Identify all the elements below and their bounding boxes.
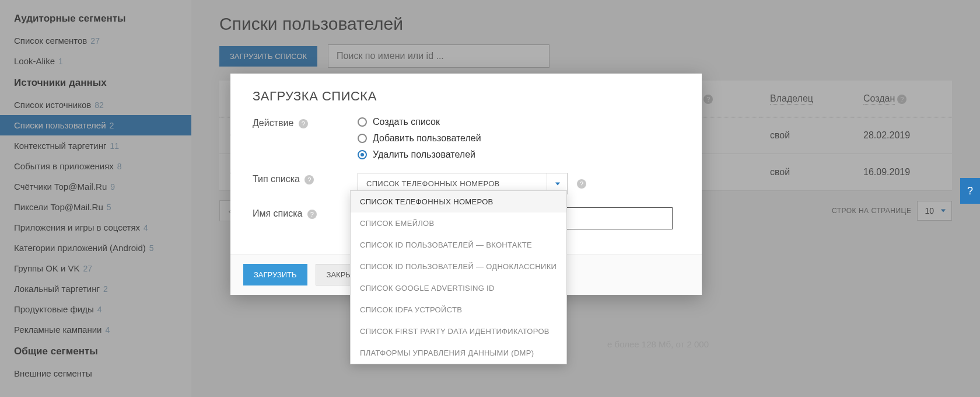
modal-title: ЗАГРУЗКА СПИСКА	[253, 89, 680, 104]
dropdown-option[interactable]: СПИСОК ТЕЛЕФОННЫХ НОМЕРОВ	[351, 191, 566, 213]
dropdown-option[interactable]: СПИСОК IDFA УСТРОЙСТВ	[351, 299, 566, 321]
help-button[interactable]: ?	[960, 178, 980, 204]
dropdown-option[interactable]: СПИСОК ЕМЕЙЛОВ	[351, 213, 566, 234]
radio-label: Добавить пользователей	[373, 133, 481, 144]
help-icon[interactable]: ?	[307, 210, 317, 219]
dropdown-option[interactable]: СПИСОК ID ПОЛЬЗОВАТЕЛЕЙ — ВКОНТАКТЕ	[351, 234, 566, 256]
dropdown-option[interactable]: СПИСОК ID ПОЛЬЗОВАТЕЛЕЙ — ОДНОКЛАССНИКИ	[351, 256, 566, 277]
radio-label: Удалить пользователей	[373, 149, 475, 160]
help-icon[interactable]: ?	[304, 175, 314, 184]
dropdown-option[interactable]: СПИСОК FIRST PARTY DATA ИДЕНТИФИКАТОРОВ	[351, 321, 566, 342]
action-radio-option[interactable]: Создать список	[358, 117, 680, 127]
type-label: Тип списка	[253, 174, 300, 184]
dropdown-option[interactable]: ПЛАТФОРМЫ УПРАВЛЕНИЯ ДАННЫМИ (DMP)	[351, 342, 566, 364]
radio-icon	[358, 117, 367, 127]
action-label: Действие	[253, 118, 293, 128]
radio-icon	[358, 150, 367, 159]
action-radio-option[interactable]: Добавить пользователей	[358, 133, 680, 144]
help-icon[interactable]: ?	[577, 179, 586, 189]
dropdown-option[interactable]: СПИСОК GOOGLE ADVERTISING ID	[351, 277, 566, 299]
name-label: Имя списка	[253, 208, 302, 218]
list-type-dropdown: СПИСОК ТЕЛЕФОННЫХ НОМЕРОВСПИСОК ЕМЕЙЛОВС…	[350, 190, 567, 364]
help-icon[interactable]: ?	[299, 119, 308, 128]
submit-button[interactable]: ЗАГРУЗИТЬ	[243, 264, 307, 285]
chevron-down-icon	[555, 182, 560, 185]
action-radio-option[interactable]: Удалить пользователей	[358, 149, 680, 160]
radio-label: Создать список	[373, 117, 440, 127]
radio-icon	[358, 134, 367, 143]
